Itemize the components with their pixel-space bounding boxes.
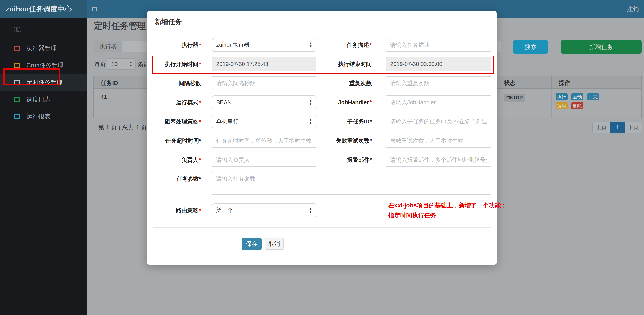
job-handler-label: JobHandler* (316, 99, 372, 106)
logout-link[interactable]: 注销 (627, 0, 639, 18)
executor-label: 执行器* (153, 42, 201, 48)
select-arrows-icon: ▲▼ (309, 42, 312, 48)
repeat-count-input[interactable] (386, 76, 491, 90)
sidebar-item-run-report[interactable]: 运行报表 (0, 108, 87, 125)
interval-input[interactable] (212, 76, 316, 90)
add-task-modal: 新增任务 执行器* zuihou执行器 ▲▼ 任务描述* 执行开始时间* 201… (147, 11, 497, 265)
job-desc-label: 任务描述* (316, 42, 372, 48)
select-arrows-icon: ▲ ▼ (129, 61, 132, 67)
row-timeout-retry: 任务超时时间* 失败重试次数* (153, 134, 491, 148)
row-executor-desc: 执行器* zuihou执行器 ▲▼ 任务描述* (153, 38, 491, 52)
route-strategy-label: 路由策略* (153, 207, 201, 214)
page-title: 定时任务管理 (94, 20, 146, 32)
executor-select[interactable]: zuihou执行器 ▲▼ (212, 38, 316, 52)
sidebar-item-scheduled-task-mgmt[interactable]: 定时任务管理 (0, 74, 87, 91)
green-square-icon (14, 97, 20, 102)
search-button[interactable]: 搜索 (513, 40, 548, 54)
sidebar-item-executor-mgmt[interactable]: 执行器管理 (0, 40, 87, 57)
block-strategy-label: 阻塞处理策略* (153, 118, 201, 125)
start-time-field[interactable]: 2019-07-30 17:25:43 (212, 57, 316, 71)
row-author-email: 负责人* 报警邮件* (153, 153, 491, 167)
row-route-strategy: 路由策略* 第一个 ▲▼ 在xxl-jobs项目的基础上，新增了一个功能： 指定… (153, 200, 491, 221)
pagination: 上页 1 下页 (592, 122, 642, 133)
author-label: 负责人* (153, 157, 201, 163)
blue-square-icon (14, 114, 20, 119)
brand-title: zuihou任务调度中心 (0, 0, 87, 18)
child-job-input[interactable] (386, 115, 491, 128)
job-param-textarea[interactable] (212, 172, 491, 195)
save-button[interactable]: 保存 (242, 238, 262, 250)
sidebar: 导航 执行器管理 Cron任务管理 定时任务管理 调度日志 运行报表 (0, 18, 87, 315)
sidebar-toggle-icon[interactable] (92, 7, 97, 12)
interval-label: 间隔秒数 (153, 80, 201, 87)
gray-square-icon (14, 80, 20, 85)
select-arrows-icon: ▲▼ (309, 99, 312, 105)
start-button[interactable]: 启动 (571, 93, 583, 100)
fail-retry-label: 失败重试次数* (316, 137, 372, 144)
current-page-button[interactable]: 1 (610, 122, 625, 133)
glue-type-label: 运行模式* (153, 99, 201, 106)
alarm-email-label: 报警邮件* (316, 157, 372, 163)
status-badge: □STOP (504, 94, 526, 102)
add-task-button[interactable]: 新增任务 (561, 40, 642, 54)
red-square-icon (14, 46, 20, 51)
job-param-label: 任务参数* (153, 172, 201, 182)
prev-page-button[interactable]: 上页 (593, 122, 610, 133)
log-button[interactable]: 日志 (587, 93, 599, 100)
repeat-count-label: 重复次数 (316, 80, 372, 87)
row-block-childjob: 阻塞处理策略* 单机串行 ▲▼ 子任务ID* (153, 115, 491, 128)
job-handler-input[interactable] (386, 95, 491, 109)
select-arrows-icon: ▲▼ (309, 118, 312, 125)
alarm-email-input[interactable] (386, 153, 491, 167)
child-job-label: 子任务ID* (316, 118, 372, 125)
job-desc-input[interactable] (386, 38, 491, 52)
per-page-prefix: 每页 (94, 61, 106, 69)
author-input[interactable] (212, 153, 316, 167)
orange-square-icon (14, 63, 20, 68)
block-strategy-select[interactable]: 单机串行 ▲▼ (212, 115, 316, 128)
run-button[interactable]: 执行 (556, 93, 568, 100)
cell-status: □STOP (497, 89, 552, 118)
glue-type-select[interactable]: BEAN ▲▼ (212, 95, 316, 109)
delete-button[interactable]: 删除 (571, 102, 583, 109)
executor-filter-label: 执行器 (94, 41, 122, 52)
fail-retry-input[interactable] (386, 134, 491, 148)
timeout-input[interactable] (212, 134, 316, 148)
per-page-select[interactable]: 10 ▲ ▼ (107, 58, 136, 70)
modal-title: 新增任务 (147, 11, 497, 32)
timeout-label: 任务超时时间* (153, 137, 201, 144)
end-time-field[interactable]: 2019-07-30 00:00:00 (386, 57, 491, 71)
edit-button[interactable]: 编辑 (556, 102, 568, 109)
start-time-label: 执行开始时间* (153, 61, 201, 67)
red-annotation-text: 在xxl-jobs项目的基础上，新增了一个功能： 指定时间执行任务 (388, 200, 507, 221)
cell-ops: 执行 启动 日志 编辑 删除 (552, 89, 642, 118)
sidebar-item-cron-task-mgmt[interactable]: Cron任务管理 (0, 57, 87, 74)
modal-footer-divider (153, 227, 491, 227)
row-start-end-time: 执行开始时间* 2019-07-30 17:25:43 执行结束时间 2019-… (153, 57, 491, 71)
sidebar-item-dispatch-log[interactable]: 调度日志 (0, 91, 87, 108)
next-page-button[interactable]: 下页 (625, 122, 642, 133)
header-status: 状态 (497, 76, 552, 88)
nav-section-label: 导航 (0, 18, 87, 40)
route-strategy-select[interactable]: 第一个 ▲▼ (212, 203, 316, 217)
header-ops: 操作 (552, 76, 642, 88)
row-job-param: 任务参数* (153, 172, 491, 195)
end-time-label: 执行结束时间 (316, 61, 372, 67)
row-interval-repeat: 间隔秒数 重复次数 (153, 76, 491, 90)
select-arrows-icon: ▲▼ (309, 207, 312, 213)
cancel-button[interactable]: 取消 (265, 238, 284, 250)
row-gluetype-handler: 运行模式* BEAN ▲▼ JobHandler* (153, 95, 491, 109)
table-footer-summary: 第 1 页 ( 总共 1 页, 1 (98, 123, 154, 132)
